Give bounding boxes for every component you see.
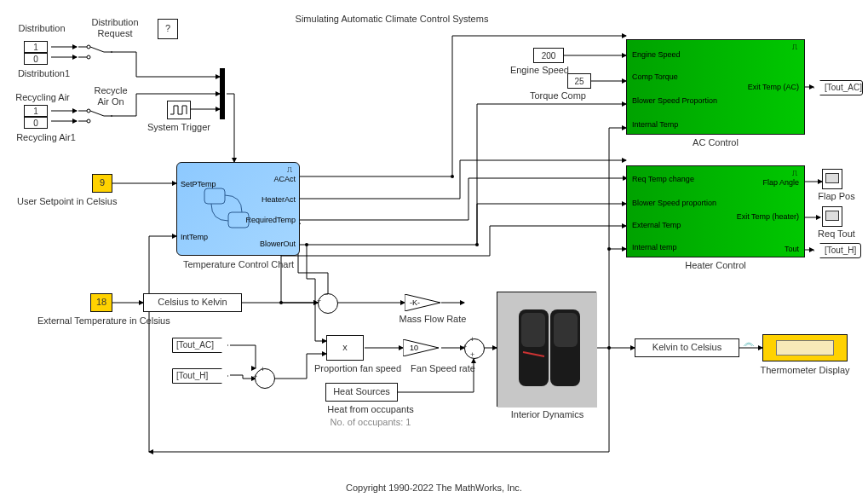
heater-control-label: Heater Control — [626, 260, 805, 271]
interior-dynamics-block[interactable] — [497, 292, 596, 407]
goto-tout-ac[interactable]: [Tout_AC] — [813, 80, 863, 95]
svg-point-14 — [87, 109, 90, 113]
system-trigger-block[interactable] — [167, 101, 191, 119]
svg-line-16 — [90, 111, 104, 116]
heat-sources-name: Heat Sources — [333, 386, 390, 397]
pulse-icon — [170, 104, 188, 116]
svg-rect-27 — [521, 313, 545, 347]
interior-dynamics-label: Interior Dynamics — [498, 409, 596, 420]
heat-sources-label: Heat from occupants — [311, 404, 430, 415]
copyright: Copyright 1990-2022 The MathWorks, Inc. — [0, 483, 868, 494]
stateflow-icon — [203, 187, 254, 238]
thermometer-display[interactable] — [762, 334, 848, 361]
prop-fan-op: x — [342, 342, 348, 353]
heat-sources-occupants: No. of occupants: 1 — [311, 417, 430, 428]
tcc-port-acact: ACAct — [273, 175, 296, 184]
svg-rect-28 — [554, 313, 578, 347]
ext-temp-label: External Temperature in Celsius — [37, 315, 199, 327]
display-screen — [776, 340, 834, 355]
flap-pos-label: Flap Pos — [814, 191, 859, 202]
rec1-label: Recycling Air1 — [9, 132, 83, 143]
svg-text:10: 10 — [410, 344, 418, 352]
svg-point-15 — [87, 119, 90, 123]
k2c-label: Kelvin to Celsius — [652, 342, 721, 353]
user-setpoint-value: 9 — [100, 177, 105, 188]
svg-line-10 — [90, 47, 104, 52]
diagram-title: Simulating Automatic Climate Control Sys… — [256, 14, 528, 25]
req-tout-scope[interactable] — [822, 206, 842, 227]
user-setpoint-label: User Setpoint in Celsius — [17, 196, 187, 207]
rec-const-0[interactable]: 0 — [24, 117, 48, 129]
heater-port-exit: Exit Temp (heater) — [737, 212, 799, 222]
goto-tout-h[interactable]: [Tout_H] — [813, 243, 861, 258]
svg-rect-19 — [228, 212, 249, 228]
mass-flow-gain[interactable]: -K- — [405, 294, 442, 313]
dist-const-0[interactable]: 0 — [24, 53, 48, 65]
heater-port-ext: External Temp — [632, 221, 681, 230]
rec-const-1[interactable]: 1 — [24, 105, 48, 117]
heater-port-blower: Blower Speed proportion — [632, 199, 716, 208]
diagram-canvas: Simulating Automatic Climate Control Sys… — [0, 0, 868, 503]
tcc-port-blowerout: BlowerOut — [260, 240, 296, 249]
thermometer-label: Thermometer Display — [754, 365, 856, 376]
help-button[interactable]: ? — [158, 19, 178, 39]
engine-speed-const[interactable]: 200 — [533, 48, 564, 63]
dist-const-1[interactable]: 1 — [24, 41, 48, 53]
prop-fan-label: Proportion fan speed — [307, 363, 409, 374]
flap-pos-scope[interactable] — [822, 169, 842, 189]
tcc-label: Temperature Control Chart — [170, 259, 307, 270]
kelvin-to-celsius-block[interactable]: Kelvin to Celsius — [635, 338, 739, 357]
fan-speed-label: Fan Speed rate — [400, 363, 486, 374]
ext-temp-value: 18 — [96, 297, 106, 308]
svg-point-2 — [475, 243, 479, 246]
heater-port-flap: Flap Angle — [762, 178, 799, 188]
distribution-label: Distribution — [12, 23, 72, 34]
torque-comp-label: Torque Comp — [508, 90, 586, 101]
from-tout-h[interactable]: [Tout_H] — [172, 368, 228, 384]
svg-point-5 — [451, 175, 454, 178]
heater-control-block[interactable]: ⎍ Req Temp change Blower Speed proportio… — [626, 165, 805, 257]
ac-port-comp-torque: Comp Torque — [632, 72, 678, 82]
heater-port-req: Req Temp change — [632, 175, 694, 184]
heat-sources-block[interactable]: Heat Sources — [325, 383, 398, 402]
ac-port-internal: Internal Temp — [632, 120, 678, 130]
dist1-label: Distribution1 — [12, 68, 76, 79]
engine-speed-label: Engine Speed — [491, 65, 569, 76]
wireless-icon — [743, 338, 755, 348]
svg-point-1 — [305, 243, 308, 246]
heater-port-tout: Tout — [785, 245, 799, 254]
svg-point-9 — [87, 55, 90, 59]
req-tout-label: Req Tout — [811, 228, 862, 240]
sum-temps[interactable]: ++ — [255, 368, 275, 389]
mux[interactable] — [220, 68, 225, 119]
ac-control-label: AC Control — [626, 137, 805, 148]
dist-switch[interactable] — [78, 41, 112, 66]
mass-flow-label: Mass Flow Rate — [390, 314, 475, 325]
svg-point-3 — [607, 346, 611, 350]
trigger-icon: ⎍ — [792, 168, 797, 178]
ac-port-exit: Exit Temp (AC) — [748, 83, 799, 92]
svg-point-4 — [607, 247, 611, 251]
sum-interior[interactable]: +++ — [464, 338, 485, 359]
svg-rect-18 — [204, 188, 225, 204]
svg-point-0 — [279, 301, 283, 304]
ac-port-blower: Blower Speed Proportion — [632, 96, 717, 106]
c2k-label: Celsius to Kelvin — [158, 297, 227, 308]
ext-temp-const[interactable]: 18 — [90, 293, 112, 312]
fan-speed-gain[interactable]: 10 — [403, 339, 440, 358]
ac-control-block[interactable]: ⎍ Engine Speed Comp Torque Blower Speed … — [626, 39, 805, 135]
rec-switch[interactable] — [78, 105, 112, 130]
system-trigger-label: System Trigger — [128, 122, 230, 133]
sum-mass-flow[interactable]: +− — [318, 293, 338, 314]
user-setpoint-const[interactable]: 9 — [92, 174, 112, 193]
recycling-label: Recycling Air — [9, 92, 77, 103]
from-tout-ac[interactable]: [Tout_AC] — [172, 338, 228, 353]
svg-marker-22 — [403, 339, 439, 356]
temperature-control-chart[interactable]: ⎍ SetPTemp IntTemp ACAct HeaterAct Requi… — [176, 162, 300, 256]
tcc-port-heateract: HeaterAct — [262, 195, 296, 205]
torque-comp-const[interactable]: 25 — [567, 73, 591, 89]
svg-text:-K-: -K- — [410, 298, 420, 307]
celsius-to-kelvin-block[interactable]: Celsius to Kelvin — [143, 293, 242, 312]
proportion-fan-product[interactable]: x — [326, 335, 364, 361]
heater-port-int: Internal temp — [632, 243, 677, 252]
